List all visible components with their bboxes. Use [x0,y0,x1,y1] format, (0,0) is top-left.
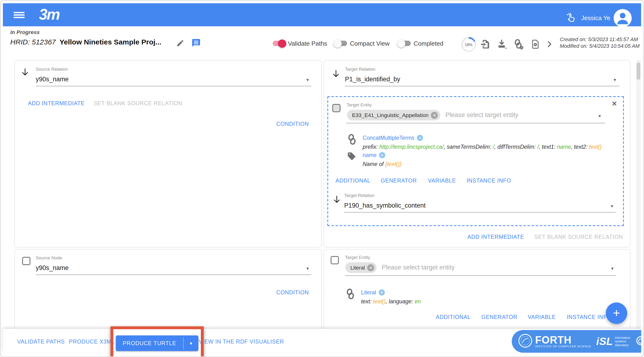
dropdown-caret-icon[interactable]: ▼ [613,78,617,82]
tag-icon [347,152,356,162]
generator-name[interactable]: ConcatMultipleTerms [363,135,414,141]
hrid-label: HRID: 512367 [10,38,56,46]
plus-icon: + [613,306,620,320]
isl-logo-text: iSL [596,335,613,348]
source-node-card: Source Node y90s_name ▼ CONDITION [14,249,322,336]
field-underline [36,86,311,86]
generator-remove-icon[interactable]: ✕ [417,135,423,141]
tour-icon[interactable] [566,13,576,25]
target-entity-selected-box: ✕ Target Entity E33_E41_Linguistic_Appel… [328,96,624,226]
link-icon [346,288,355,301]
additional-link[interactable]: ADDITIONAL [436,314,471,320]
add-intermediate-link[interactable]: ADD INTERMEDIATE [28,100,84,106]
scrollbar-thumb[interactable] [637,62,640,80]
entity-chip[interactable]: Literal ✕ [346,262,377,273]
validate-paths-label: Validate Paths [288,40,327,47]
target-relation-label: Target Relation [345,67,376,72]
forth-logo-text: FORTH [535,335,591,344]
add-intermediate-link[interactable]: ADD INTERMEDIATE [467,234,524,240]
add-mapping-fab[interactable]: + [606,303,627,324]
document-settings-icon[interactable] [530,39,540,51]
down-arrow-icon [20,67,30,79]
produce-turtle-dropdown[interactable]: ▼ [184,335,198,351]
compact-view-toggle[interactable] [335,41,347,46]
entity-chip-label: Literal [350,264,365,271]
created-on: Created on: 5/3/2023 11:45:57 AM [560,36,640,43]
project-title: Yellow Nineties Sample Proj... [60,38,161,46]
generator-remove-icon[interactable]: ✕ [379,289,385,295]
variable-link[interactable]: VARIABLE [428,178,456,184]
entity-placeholder: Please select target entity [445,111,518,119]
status-text: In Progress [10,29,40,35]
target-entity-checkbox[interactable] [332,104,340,112]
generator-args: prefix: http://temp.lincsproject.ca/, sa… [363,144,602,150]
isl-sub-text: information systems laboratory [615,336,630,347]
variable-link[interactable]: VARIABLE [528,314,556,320]
scrollbar-track[interactable] [636,60,641,329]
field-underline [344,212,616,213]
label-generator-args: Name of {text()} [363,161,402,167]
completed-toggle[interactable] [398,41,410,46]
target-relation-value[interactable]: P1_is_identified_by [345,76,400,83]
condition-link[interactable]: CONDITION [276,289,309,295]
source-relation-card: Source Relation y90s_name ▼ ADD INTERMED… [14,60,322,247]
mapping-title: HRID: 512367Yellow Nineties Sample Proj.… [10,38,161,47]
generator-link[interactable]: GENERATOR [381,178,417,184]
edit-title-icon[interactable] [176,39,184,49]
target-entity-field[interactable]: Literal ✕ Please select target entity [346,262,454,273]
chip-remove-icon[interactable]: ✕ [367,264,374,271]
avatar[interactable] [614,9,632,27]
link-icon [347,134,357,147]
produce-x3ml-button[interactable]: PRODUCE X3ML [69,339,115,345]
forth-seal-icon [518,333,533,350]
field-underline [345,275,616,276]
download-icon[interactable] [496,39,507,51]
source-node-checkbox[interactable] [22,257,30,265]
footer-bar: VALIDATE PATHS PRODUCE X3ML PRODUCE TURT… [3,329,641,353]
entity-chip-label: E33_E41_Linguistic_Appellation [352,112,428,118]
app-bar: 3m Jessica Ye [3,3,641,26]
link-generators-icon[interactable] [513,39,524,52]
generator-name[interactable]: Literal [361,289,376,295]
target-entity-label: Target Entity [345,255,370,260]
set-blank-source-relation-link: SET BLANK SOURCE RELATION [534,234,623,240]
validate-paths-button[interactable]: VALIDATE PATHS [17,339,65,345]
timestamps: Created on: 5/3/2023 11:45:57 AM Modifie… [560,36,640,50]
entity-chip[interactable]: E33_E41_Linguistic_Appellation ✕ [347,110,440,120]
entity-placeholder: Please select target entity [382,264,455,271]
dropdown-caret-icon[interactable]: ▼ [598,114,602,118]
dropdown-caret-icon[interactable]: ▼ [306,78,310,82]
target-entity-checkbox[interactable] [331,256,339,264]
comments-icon[interactable] [191,38,201,50]
menu-icon[interactable] [14,12,24,18]
target-relation2-value[interactable]: P190_has_symbolic_content [344,202,426,209]
view-rdf-visualiser-button[interactable]: VIEW IN THE RDF VISUALISER [199,339,284,345]
generator-link[interactable]: GENERATOR [482,314,518,320]
target-relation-card: Target Relation P1_is_identified_by ▼ ✕ … [324,60,630,247]
field-underline [36,274,311,275]
instance-info-link[interactable]: INSTANCE INFO [567,314,612,320]
instance-info-link[interactable]: INSTANCE INFO [466,178,511,184]
import-mapping-icon[interactable] [480,39,490,51]
label-generator-name[interactable]: name [363,152,376,158]
source-node-value[interactable]: y90s_name [36,264,68,272]
set-blank-source-relation-link: SET BLANK SOURCE RELATION [94,100,182,106]
produce-turtle-label: PRODUCE TURTLE [116,335,183,351]
label-remove-icon[interactable]: ✕ [379,152,385,158]
source-relation-value[interactable]: y90s_name [36,76,68,83]
condition-link[interactable]: CONDITION [276,121,309,127]
label-generator-row: name ✕ [363,152,385,158]
cci-logo-icon [634,334,644,348]
produce-turtle-button[interactable]: PRODUCE TURTLE ▼ [116,335,198,351]
dropdown-caret-icon[interactable]: ▼ [306,266,310,271]
validate-paths-toggle[interactable] [273,41,285,46]
forth-sub-text: INSTITUTE OF COMPUTER SCIENCE [535,345,591,347]
literal-entity-card: Target Entity Literal ✕ Please select ta… [324,249,630,336]
dropdown-caret-icon[interactable]: ▼ [610,204,614,208]
chip-remove-icon[interactable]: ✕ [431,112,438,119]
target-entity-field[interactable]: E33_E41_Linguistic_Appellation ✕ Please … [347,110,518,120]
close-icon[interactable]: ✕ [612,100,617,108]
dropdown-caret-icon[interactable]: ▼ [610,266,614,271]
additional-link[interactable]: ADDITIONAL [336,178,370,184]
chevron-right-icon[interactable] [545,40,554,50]
